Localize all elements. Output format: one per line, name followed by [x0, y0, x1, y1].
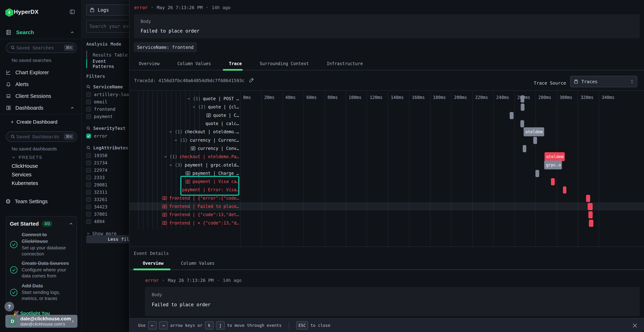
chevron-down-icon[interactable]	[169, 163, 173, 167]
tab-column-values[interactable]: Column Values	[178, 61, 211, 66]
get-started-item[interactable]: Connect toClickHouse Set up your databas…	[10, 232, 74, 257]
span-row[interactable]: currency | Conv…	[134, 144, 240, 152]
chevron-down-icon[interactable]	[187, 97, 191, 101]
span-row[interactable]: frontend | Failed to place…	[134, 202, 240, 210]
span-bar[interactable]	[510, 112, 514, 119]
filter-option-artillery-load[interactable]: artillery-load	[86, 91, 129, 98]
trace-source-select[interactable]: Traces	[570, 76, 637, 87]
span-bar-error[interactable]: oteldem	[544, 152, 565, 161]
span-row[interactable]: payment | Charge …	[134, 169, 240, 178]
event-search-box[interactable]	[86, 20, 129, 32]
presets-header[interactable]: PRESETS	[12, 155, 42, 160]
analysis-mode-results-table[interactable]: Results Table	[86, 50, 129, 60]
span-bar[interactable]	[523, 145, 526, 152]
span-bar-error[interactable]	[588, 203, 593, 210]
span-row[interactable]: frontend | × {"code":13,"d…	[134, 219, 240, 227]
checkbox[interactable]	[86, 212, 91, 216]
span-bar-error[interactable]	[589, 220, 593, 227]
edit-trace-id-icon[interactable]	[249, 77, 254, 83]
sidebar-item-search[interactable]: Search	[0, 28, 82, 37]
sidebar-item-chart-explorer[interactable]: Chart Explorer	[0, 66, 82, 78]
span-row[interactable]: payment | Error: Visa…	[134, 186, 240, 194]
span-bar-error[interactable]	[586, 195, 590, 202]
filter-option-32311[interactable]: 32311	[86, 188, 129, 196]
chevron-down-icon[interactable]	[164, 155, 168, 159]
checkbox[interactable]	[86, 107, 91, 112]
span-row[interactable]: (2)quote | {cl…	[134, 103, 240, 111]
less-filters-button[interactable]: Less filters	[86, 235, 129, 243]
checkbox[interactable]	[86, 190, 91, 194]
chevron-down-icon[interactable]	[174, 138, 178, 142]
span-bar-error[interactable]	[563, 186, 566, 194]
filter-group-header[interactable]: LogAttributes	[86, 144, 129, 152]
preset-kubernetes[interactable]: Kubernetes	[12, 179, 38, 188]
span-row[interactable]: quote | calc…	[134, 120, 240, 128]
chevron-down-icon[interactable]	[192, 105, 196, 109]
filter-option-email[interactable]: email	[86, 98, 129, 106]
checkbox[interactable]	[86, 204, 91, 209]
span-row[interactable]: (3)payment | grpc.oteld…	[134, 161, 240, 169]
saved-searches-input[interactable]	[16, 45, 64, 50]
filter-option-34423[interactable]: 34423	[86, 203, 129, 210]
filter-option-error[interactable]: error	[86, 132, 129, 140]
span-bar[interactable]: oteldem	[524, 127, 544, 136]
span-bar[interactable]	[533, 137, 537, 144]
checkbox[interactable]	[86, 134, 91, 138]
tab-overview[interactable]: Overview	[139, 61, 160, 66]
filter-option-frontend[interactable]: frontend	[86, 106, 129, 113]
span-bar[interactable]	[521, 104, 524, 111]
filter-option-37801[interactable]: 37801	[86, 210, 129, 218]
get-started-item[interactable]: Add Data Start sending logs,metrics, or …	[10, 283, 74, 302]
span-bar[interactable]: grpc.o	[544, 160, 562, 170]
checkbox[interactable]	[86, 219, 91, 224]
get-started-item[interactable]: Create Data Sources Configure where your…	[10, 260, 74, 279]
create-dashboard-button[interactable]: + Create Dashboard	[11, 119, 58, 125]
saved-dashboards-search[interactable]: ⌘K	[6, 132, 77, 142]
span-bar-error[interactable]	[588, 211, 593, 218]
tab-surrounding-context[interactable]: Surrounding Context	[260, 61, 309, 66]
span-row[interactable]: quote | C…	[134, 111, 240, 120]
tab-trace[interactable]: Trace	[229, 61, 242, 66]
close-icon[interactable]	[631, 322, 639, 330]
filter-option-4894[interactable]: 4894	[86, 218, 129, 225]
source-select[interactable]: Logs	[86, 4, 129, 16]
checkbox[interactable]	[86, 197, 91, 202]
span-row[interactable]: (1)checkout | oteldemo.…	[134, 128, 240, 136]
checkbox[interactable]	[86, 114, 91, 119]
service-name-chip[interactable]: ServiceName: frontend	[134, 42, 197, 52]
saved-dashboards-input[interactable]	[16, 134, 64, 139]
span-row[interactable]: frontend | {"error":{"code…	[134, 194, 240, 202]
span-row[interactable]: payment | Visa ca…	[134, 178, 240, 186]
filter-option-29081[interactable]: 29081	[86, 181, 129, 188]
event-details-tab-column-values[interactable]: Column Values	[181, 261, 215, 266]
span-bar[interactable]	[520, 95, 524, 102]
preset-clickhouse[interactable]: ClickHouse	[12, 162, 38, 170]
filter-group-header[interactable]: SeverityText	[86, 124, 129, 132]
filter-option-2333[interactable]: 2333	[86, 174, 129, 181]
span-row[interactable]: (1)quote | POST …	[134, 95, 240, 103]
span-bar[interactable]	[536, 170, 539, 177]
span-row[interactable]: (1)currency | Currenc…	[134, 136, 240, 144]
checkbox[interactable]	[86, 153, 91, 158]
checkbox[interactable]	[86, 100, 91, 104]
sidebar-item-client-sessions[interactable]: Client Sessions	[0, 90, 82, 102]
analysis-mode-event-patterns[interactable]: Event Patterns	[86, 60, 129, 68]
sidebar-item-team-settings[interactable]: ⚙ Team Settings	[0, 196, 82, 206]
span-bar[interactable]	[520, 120, 524, 127]
filter-option-21734[interactable]: 21734	[86, 159, 129, 166]
tab-infrastructure[interactable]: Infrastructure	[327, 61, 363, 66]
user-menu[interactable]: D dale@clickhouse.com dale@clickhouse.co…	[5, 315, 78, 328]
chevron-down-icon[interactable]	[169, 130, 173, 134]
checkbox[interactable]	[86, 175, 91, 180]
span-row[interactable]: (1)checkout | oteldemo.Pa…	[134, 152, 240, 161]
checkbox[interactable]	[86, 182, 91, 187]
filter-option-22974[interactable]: 22974	[86, 166, 129, 174]
collapse-sidebar-icon[interactable]	[69, 9, 75, 15]
chevron-up-icon[interactable]	[70, 106, 74, 110]
span-bar-error[interactable]	[551, 178, 555, 185]
filter-option-payment[interactable]: payment	[86, 113, 129, 120]
saved-searches-search[interactable]: ⌘K	[6, 42, 77, 53]
sidebar-item-alerts[interactable]: Alerts	[0, 78, 82, 90]
sidebar-item-dashboards[interactable]: Dashboards	[0, 102, 82, 114]
chevron-up-icon[interactable]	[69, 222, 73, 226]
